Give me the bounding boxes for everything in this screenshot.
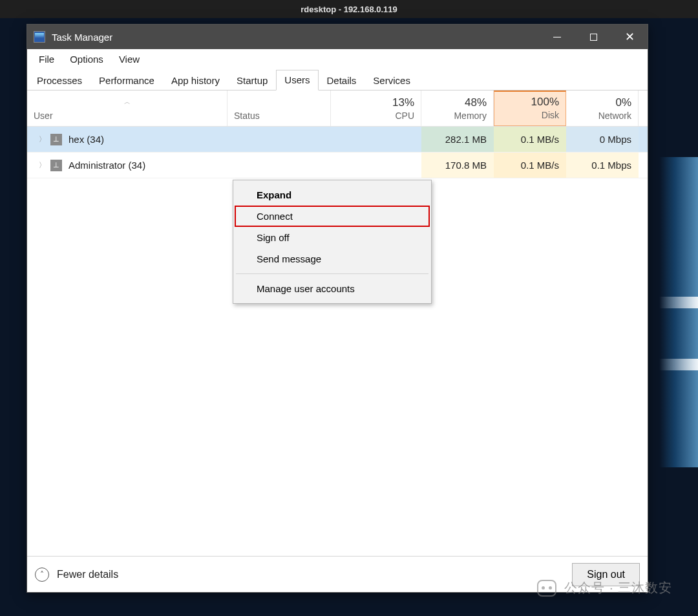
table-header-row: ︿ User Status 13% CPU 48% Memory 100% Di… [27, 90, 648, 127]
tab-processes[interactable]: Processes [28, 70, 90, 90]
table-row[interactable]: 〉 ⊥ Administrator (34) 170.8 MB 0.1 MB/s… [27, 153, 648, 178]
col-header-cpu[interactable]: 13% CPU [331, 90, 421, 126]
table-row[interactable]: 〉 ⊥ hex (34) 282.1 MB 0.1 MB/s 0 Mbps [27, 127, 648, 153]
user-name: hex (34) [69, 134, 104, 145]
wechat-icon [537, 580, 556, 597]
col-header-status[interactable]: Status [227, 90, 331, 126]
expand-chevron-icon[interactable]: 〉 [34, 160, 50, 170]
menu-options[interactable]: Options [62, 51, 111, 67]
close-icon: ✕ [625, 31, 635, 43]
cell-memory: 282.1 MB [421, 127, 494, 152]
tab-startup[interactable]: Startup [228, 70, 276, 90]
col-pct-disk: 100% [501, 96, 559, 109]
menubar: File Options View [27, 49, 648, 69]
users-table: ︿ User Status 13% CPU 48% Memory 100% Di… [27, 90, 648, 556]
cell-status [227, 153, 331, 178]
task-manager-icon [34, 31, 45, 43]
user-avatar-icon: ⊥ [50, 160, 62, 171]
ctx-sign-off[interactable]: Sign off [235, 227, 430, 248]
watermark: 公众号 · 三沐数安 [537, 579, 672, 597]
menu-file[interactable]: File [31, 51, 62, 67]
col-pct-memory: 48% [428, 96, 487, 109]
tab-app-history[interactable]: App history [163, 70, 228, 90]
expand-chevron-icon[interactable]: 〉 [34, 134, 50, 144]
user-context-menu: Expand Connect Sign off Send message Man… [233, 180, 432, 304]
cell-network: 0 Mbps [566, 127, 639, 152]
col-header-user[interactable]: ︿ User [27, 90, 227, 126]
tab-performance[interactable]: Performance [90, 70, 163, 90]
ctx-send-message[interactable]: Send message [235, 248, 430, 270]
window-title: Task Manager [52, 32, 112, 43]
ctx-expand[interactable]: Expand [235, 184, 430, 206]
rdesktop-title: rdesktop - 192.168.0.119 [301, 5, 397, 14]
cell-disk: 0.1 MB/s [494, 127, 566, 152]
menu-view[interactable]: View [111, 51, 147, 67]
fewer-details-icon[interactable]: ˄ [35, 568, 49, 582]
user-name: Administrator (34) [69, 160, 145, 171]
cell-memory: 170.8 MB [421, 153, 494, 178]
col-label-memory: Memory [428, 111, 487, 121]
user-avatar-icon: ⊥ [50, 134, 62, 145]
cell-user: 〉 ⊥ hex (34) [27, 127, 227, 152]
close-button[interactable]: ✕ [611, 25, 648, 49]
col-label-cpu: CPU [337, 111, 414, 121]
cell-cpu [331, 127, 421, 152]
minimize-button[interactable] [539, 25, 575, 49]
ctx-manage-users[interactable]: Manage user accounts [235, 278, 430, 299]
fewer-details-label[interactable]: Fewer details [57, 569, 118, 580]
col-label-user: User [34, 111, 53, 121]
sort-caret-up-icon: ︿ [124, 98, 131, 107]
col-header-memory[interactable]: 48% Memory [421, 90, 494, 126]
cell-network: 0.1 Mbps [566, 153, 639, 178]
maximize-button[interactable] [575, 25, 611, 49]
tab-details[interactable]: Details [319, 70, 365, 90]
rdesktop-titlebar: rdesktop - 192.168.0.119 [0, 0, 698, 18]
col-pct-network: 0% [573, 96, 631, 109]
cell-cpu [331, 153, 421, 178]
ctx-separator [236, 273, 428, 274]
cell-status [227, 127, 331, 152]
watermark-text: 公众号 · 三沐数安 [564, 579, 672, 597]
tab-users[interactable]: Users [276, 70, 318, 90]
cell-disk: 0.1 MB/s [494, 153, 566, 178]
tab-bar: Processes Performance App history Startu… [27, 69, 648, 90]
window-titlebar[interactable]: Task Manager ✕ [27, 25, 648, 49]
col-label-disk: Disk [501, 110, 559, 120]
cell-user: 〉 ⊥ Administrator (34) [27, 153, 227, 178]
task-manager-window: Task Manager ✕ File Options View Process… [26, 24, 648, 593]
col-label-status: Status [234, 111, 260, 121]
tab-services[interactable]: Services [365, 70, 419, 90]
wallpaper-art [659, 157, 698, 467]
col-pct-cpu: 13% [337, 96, 414, 109]
col-header-network[interactable]: 0% Network [566, 90, 639, 126]
col-header-disk[interactable]: 100% Disk [494, 90, 566, 126]
ctx-connect[interactable]: Connect [235, 206, 430, 227]
col-label-network: Network [573, 111, 631, 121]
